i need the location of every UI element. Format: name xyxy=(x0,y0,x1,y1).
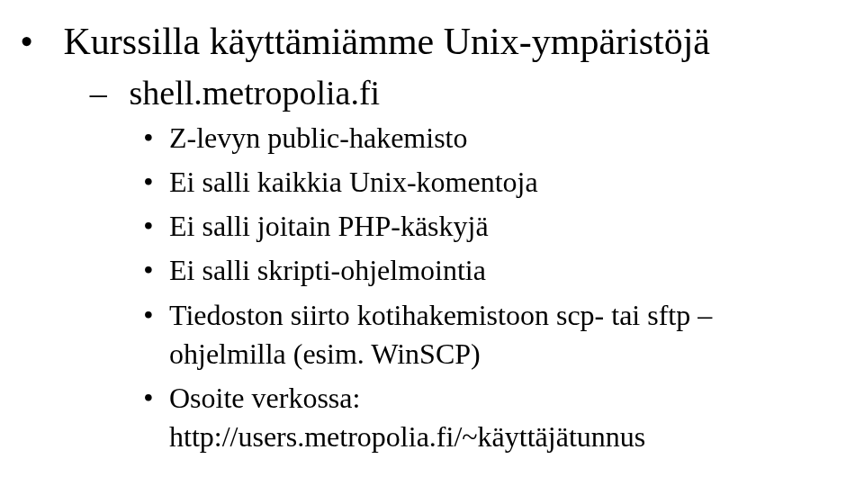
slide: Kurssilla käyttämiämme Unix-ympäristöjä … xyxy=(0,0,864,504)
subitem-label: shell.metropolia.fi xyxy=(130,74,381,112)
bullet-list-level2: shell.metropolia.fi Z-levyn public-hakem… xyxy=(54,71,828,457)
list-item: Tiedoston siirto kotihakemistoon scp- ta… xyxy=(169,296,828,374)
list-item: Ei salli joitain PHP-käskyjä xyxy=(169,207,828,246)
list-item: Ei salli kaikkia Unix-komentoja xyxy=(169,163,828,202)
slide-title: Kurssilla käyttämiämme Unix-ympäristöjä xyxy=(64,21,711,62)
point-text: Tiedoston siirto kotihakemistoon scp- ta… xyxy=(169,299,712,370)
list-item: Osoite verkossa: http://users.metropolia… xyxy=(169,379,828,456)
point-text: Osoite verkossa: http://users.metropolia… xyxy=(169,382,645,453)
point-text: Z-levyn public-hakemisto xyxy=(169,122,467,154)
point-text: Ei salli joitain PHP-käskyjä xyxy=(169,210,489,242)
list-item: Ei salli skripti-ohjelmointia xyxy=(169,251,828,290)
list-item: shell.metropolia.fi Z-levyn public-hakem… xyxy=(121,71,828,457)
bullet-list-level1: Kurssilla käyttämiämme Unix-ympäristöjä … xyxy=(54,18,828,456)
list-item: Z-levyn public-hakemisto xyxy=(169,119,828,158)
list-item: Kurssilla käyttämiämme Unix-ympäristöjä … xyxy=(54,18,828,456)
bullet-list-level3: Z-levyn public-hakemisto Ei salli kaikki… xyxy=(121,119,828,457)
point-text: Ei salli skripti-ohjelmointia xyxy=(169,254,486,286)
point-text: Ei salli kaikkia Unix-komentoja xyxy=(169,166,538,198)
